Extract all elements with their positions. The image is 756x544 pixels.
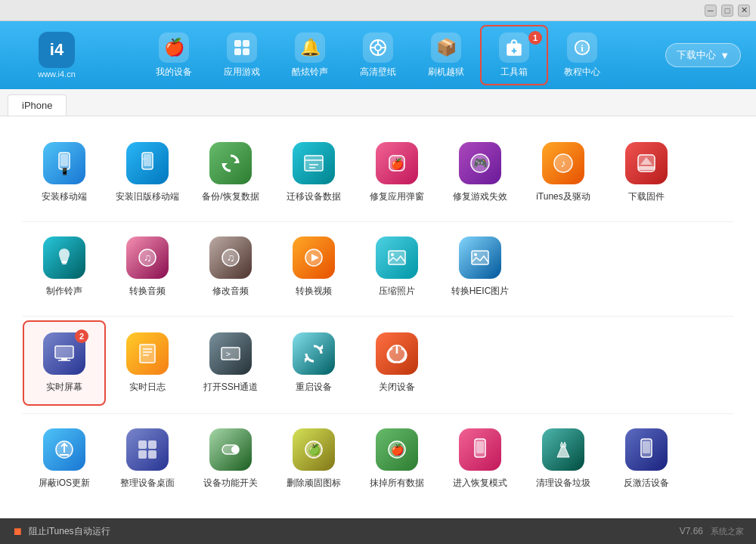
svg-rect-71 (476, 441, 484, 453)
close-button[interactable]: ✕ (738, 5, 750, 17)
convert-video-icon (293, 236, 335, 279)
compress-photo-icon (376, 236, 418, 279)
svg-rect-61 (148, 440, 156, 449)
main-content: 📱 安装移动端 ← 安装旧版移动端 备份/恢复数据 迁移设备数据 🍎 (0, 116, 756, 518)
header: i4 www.i4.cn 🍎 我的设备 应用游戏 🔔 酷炫铃声 (0, 21, 756, 89)
logo-area: i4 www.i4.cn (8, 32, 106, 79)
tools-row-2: 制作铃声 ♫ 转换音频 ♫ 修改音频 转换视频 压缩照片 (23, 226, 733, 308)
download-center-button[interactable]: 下载中心 ▼ (665, 43, 741, 67)
toolbox-badge: 1 (528, 31, 542, 45)
tool-block-ios-update[interactable]: 屏蔽iOS更新 (23, 418, 106, 500)
nav-jailbreak-icon: 📦 (431, 32, 461, 63)
nav-tutorials[interactable]: i 教程中心 (548, 25, 616, 85)
tool-fix-game[interactable]: 🎮 修复游戏失效 (438, 131, 522, 214)
tool-deactivate[interactable]: 反激活设备 (605, 418, 688, 500)
nav-items: 🍎 我的设备 应用游戏 🔔 酷炫铃声 (106, 25, 650, 85)
tool-migrate[interactable]: 迁移设备数据 (272, 131, 355, 214)
tool-delete-stubborn[interactable]: 🍏 删除顽固图标 (272, 418, 355, 500)
nav-apps-games-icon (227, 32, 257, 63)
tool-shutdown[interactable]: 关闭设备 (355, 320, 438, 406)
svg-rect-0 (234, 40, 241, 47)
tool-backup-restore[interactable]: 备份/恢复数据 (189, 131, 272, 214)
svg-point-5 (375, 45, 381, 51)
minimize-button[interactable]: ─ (705, 5, 717, 17)
tool-open-ssh-label: 打开SSH通道 (203, 381, 259, 394)
divider-2 (23, 316, 733, 317)
tool-compress-photo-label: 压缩照片 (379, 285, 415, 298)
edit-audio-icon: ♫ (209, 236, 252, 279)
divider-1 (23, 221, 733, 222)
tool-convert-heic[interactable]: 转换HEIC图片 (438, 226, 522, 308)
tool-install-mobile-label: 安装移动端 (42, 190, 87, 203)
logo-icon: i4 (39, 32, 75, 68)
tool-restart-device-label: 重启设备 (296, 381, 332, 394)
nav-wallpaper-icon (363, 32, 393, 63)
tools-row-3: 2 实时屏幕 实时日志 >_ 打开SSH通道 重启设备 (23, 320, 733, 406)
version-text: V7.66 (680, 526, 703, 536)
status-bar: ⏹ 阻止iTunes自动运行 V7.66 系统之家 (0, 518, 756, 544)
divider-3 (23, 413, 733, 414)
maximize-button[interactable]: □ (721, 5, 733, 17)
nav-apps-label: 应用游戏 (224, 66, 260, 79)
tool-deactivate-label: 反激活设备 (624, 477, 669, 490)
tool-itunes-driver[interactable]: ♪ iTunes及驱动 (522, 131, 605, 214)
tool-wipe-data[interactable]: 🍎 抹掉所有数据 (355, 418, 438, 500)
tool-recovery-mode[interactable]: 进入恢复模式 (438, 418, 522, 500)
tool-backup-restore-label: 备份/恢复数据 (202, 190, 259, 203)
tool-fix-app[interactable]: 🍎 修复应用弹窗 (355, 131, 438, 214)
svg-text:🍏: 🍏 (308, 444, 321, 456)
tool-convert-video[interactable]: 转换视频 (272, 226, 355, 308)
tool-compress-photo[interactable]: 压缩照片 (355, 226, 438, 308)
tool-install-mobile[interactable]: 📱 安装移动端 (23, 131, 106, 214)
svg-rect-60 (138, 440, 147, 449)
nav-wallpaper[interactable]: 高清壁纸 (344, 25, 412, 85)
migrate-icon (293, 142, 335, 184)
tool-restart-device[interactable]: 重启设备 (272, 320, 355, 406)
tool-device-toggle[interactable]: 设备功能开关 (189, 418, 272, 500)
tool-organize-desktop[interactable]: 整理设备桌面 (106, 418, 189, 500)
svg-text:♫: ♫ (144, 252, 152, 264)
svg-text:♪: ♪ (561, 157, 566, 169)
svg-rect-34 (62, 263, 67, 264)
deactivate-icon (625, 428, 668, 471)
svg-text:♫: ♫ (227, 252, 235, 264)
tool-edit-audio[interactable]: ♫ 修改音频 (189, 226, 272, 308)
nav-tutorials-icon: i (567, 32, 597, 63)
tool-device-toggle-label: 设备功能开关 (203, 477, 258, 490)
tool-download-firmware[interactable]: 下载固件 (605, 131, 688, 214)
clean-device-icon (542, 428, 584, 471)
tool-clean-device[interactable]: 清理设备垃圾 (522, 418, 605, 500)
tool-realtime-log[interactable]: 实时日志 (106, 320, 189, 406)
tool-convert-video-label: 转换视频 (296, 285, 332, 298)
tab-iphone[interactable]: iPhone (8, 94, 67, 116)
tool-clean-device-label: 清理设备垃圾 (536, 477, 590, 490)
svg-rect-41 (389, 251, 405, 264)
tool-download-firmware-label: 下载固件 (628, 190, 665, 203)
tool-wipe-data-label: 抹掉所有数据 (370, 477, 424, 490)
nav-toolbox[interactable]: 1 工具箱 (480, 25, 548, 85)
svg-text:🍎: 🍎 (391, 444, 404, 456)
svg-point-65 (231, 446, 239, 453)
tool-make-ringtone-label: 制作铃声 (46, 285, 82, 298)
tool-make-ringtone[interactable]: 制作铃声 (23, 226, 106, 308)
nav-ringtones-label: 酷炫铃声 (292, 66, 328, 79)
tool-install-old[interactable]: ← 安装旧版移动端 (106, 131, 189, 214)
tool-fix-app-label: 修复应用弹窗 (370, 190, 424, 203)
nav-apps-games[interactable]: 应用游戏 (208, 25, 276, 85)
nav-ringtones[interactable]: 🔔 酷炫铃声 (276, 25, 344, 85)
fix-game-icon: 🎮 (459, 142, 501, 184)
nav-my-device[interactable]: 🍎 我的设备 (140, 25, 208, 85)
tool-migrate-label: 迁移设备数据 (287, 190, 341, 203)
nav-my-device-icon: 🍎 (159, 32, 189, 63)
tool-realtime-screen[interactable]: 2 实时屏幕 (23, 320, 106, 406)
tool-install-old-label: 安装旧版移动端 (116, 190, 179, 203)
tool-recovery-mode-label: 进入恢复模式 (453, 477, 507, 490)
tab-bar: iPhone (0, 89, 756, 116)
svg-text:i: i (581, 42, 584, 53)
nav-jailbreak[interactable]: 📦 刷机越狱 (412, 25, 480, 85)
tools-row-4: 屏蔽iOS更新 整理设备桌面 设备功能开关 🍏 删除顽固图标 🍎 抹掉所有数据 (23, 418, 733, 500)
tool-realtime-log-label: 实时日志 (129, 381, 166, 394)
convert-heic-icon (459, 236, 501, 279)
tool-open-ssh[interactable]: >_ 打开SSH通道 (189, 320, 272, 406)
tool-convert-audio[interactable]: ♫ 转换音频 (106, 226, 189, 308)
